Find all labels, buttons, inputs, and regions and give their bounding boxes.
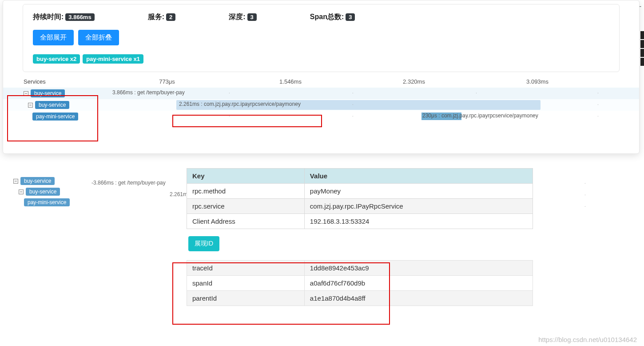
stat-services: 服务: 2 <box>148 12 176 22</box>
stats-row: 持续时间: 3.866ms 服务: 2 深度: 3 Span总数: 3 <box>33 12 609 22</box>
id-key: traceId <box>187 261 305 276</box>
window-edge-decoration <box>640 31 644 89</box>
timeline-tick-4: 3.093ms <box>476 76 599 88</box>
collapse-all-button[interactable]: 全部折叠 <box>78 30 119 45</box>
span-tags-table: Key Value rpc.method payMoney rpc.servic… <box>187 168 533 229</box>
kv-header-key: Key <box>187 169 305 184</box>
table-row: Client Address 192.168.3.13:53324 <box>187 214 533 229</box>
show-id-button[interactable]: 展现ID <box>188 236 219 251</box>
timeline-tick-1: 773μs <box>105 76 229 88</box>
span-row-1[interactable]: − buy-service 3.866ms : get /temp/buyer-… <box>3 88 639 99</box>
stat-depth: 深度: 3 <box>229 12 257 22</box>
service-node-buy-1[interactable]: buy-service <box>31 89 65 97</box>
stat-services-label: 服务: <box>148 12 164 22</box>
collapse-toggle-icon[interactable]: − <box>13 179 18 184</box>
service-chip-pay[interactable]: pay-mini-service x1 <box>83 54 143 64</box>
table-row: rpc.service com.jzj.pay.rpc.IPayRpcServi… <box>187 199 533 214</box>
stat-span-total-value: 3 <box>346 13 355 21</box>
service-node-buy-2[interactable]: buy-service <box>35 101 69 109</box>
bg-service-node-pay[interactable]: pay-mini-service <box>24 198 70 206</box>
stat-depth-value: 3 <box>247 13 257 21</box>
stat-duration-value: 3.866ms <box>65 13 94 21</box>
table-row: traceId 1dd8e8942e453ac9 <box>187 261 533 276</box>
id-value: 1dd8e8942e453ac9 <box>304 261 533 276</box>
service-node-pay[interactable]: pay-mini-service <box>32 113 78 121</box>
bg-service-node-buy-1[interactable]: buy-service <box>20 177 55 185</box>
trace-timeline: Services 773μs 1.546ms 2.320ms 3.093ms −… <box>3 76 639 153</box>
collapse-toggle-icon[interactable]: − <box>19 189 24 194</box>
span-ids-table: traceId 1dd8e8942e453ac9 spanId a0af6d76… <box>187 260 533 306</box>
bg-span-label-1: -3.866ms : get /temp/buyer-pay <box>91 180 166 186</box>
kv-key: Client Address <box>187 214 305 229</box>
stat-span-total: Span总数: 3 <box>310 12 355 22</box>
kv-value: com.jzj.pay.rpc.IPayRpcService <box>304 199 533 214</box>
span-label-2: 2.261ms : com.jzj.pay.rpc.ipayrpcservice… <box>179 101 301 107</box>
watermark-text: https://blog.csdn.net/u010134642 <box>538 336 637 343</box>
id-key: parentId <box>187 291 305 306</box>
kv-header-value: Value <box>304 169 533 184</box>
kv-value: payMoney <box>304 184 533 199</box>
span-row-2[interactable]: − buy-service 2.261ms : com.jzj.pay.rpc.… <box>3 99 639 111</box>
collapse-toggle-icon[interactable]: − <box>24 91 28 96</box>
span-label-1: 3.866ms : get /temp/buyer-pay <box>112 89 185 96</box>
kv-key: rpc.service <box>187 199 305 214</box>
collapse-toggle-icon[interactable]: − <box>28 103 33 108</box>
timeline-tick-2: 1.546ms <box>229 76 352 88</box>
timeline-tick-3: 2.320ms <box>352 76 476 88</box>
table-row: spanId a0af6d76cf760d9b <box>187 276 533 291</box>
id-value: a1e1a870d4b4a8ff <box>304 291 533 306</box>
table-row: rpc.method payMoney <box>187 184 533 199</box>
stat-duration-label: 持续时间: <box>33 12 64 22</box>
span-label-3: 230μs : com.jzj.pay.rpc.ipayrpcservice/p… <box>422 113 538 119</box>
background-tree: − buy-service − buy-service pay-mini-ser… <box>13 177 70 209</box>
kv-key: rpc.method <box>187 184 305 199</box>
stat-duration: 持续时间: 3.866ms <box>33 12 95 22</box>
bg-service-node-buy-2[interactable]: buy-service <box>26 188 60 196</box>
stat-span-total-label: Span总数: <box>310 12 344 22</box>
expand-all-button[interactable]: 全部展开 <box>33 30 74 45</box>
trace-header-card: 持续时间: 3.866ms 服务: 2 深度: 3 Span总数: 3 全部展开… <box>23 4 620 72</box>
stat-services-value: 2 <box>166 13 175 21</box>
trace-summary-panel: 持续时间: 3.866ms 服务: 2 深度: 3 Span总数: 3 全部展开… <box>3 0 640 154</box>
stat-depth-label: 深度: <box>229 12 245 22</box>
service-chip-buy[interactable]: buy-service x2 <box>33 54 80 64</box>
id-key: spanId <box>187 276 305 291</box>
id-value: a0af6d76cf760d9b <box>304 276 533 291</box>
table-row: parentId a1e1a870d4b4a8ff <box>187 291 533 306</box>
kv-value: 192.168.3.13:53324 <box>304 214 533 229</box>
timeline-col-services: Services <box>3 76 105 88</box>
span-detail-card: Key Value rpc.method payMoney rpc.servic… <box>187 168 533 306</box>
span-row-3[interactable]: pay-mini-service 230μs : com.jzj.pay.rpc… <box>3 111 639 122</box>
